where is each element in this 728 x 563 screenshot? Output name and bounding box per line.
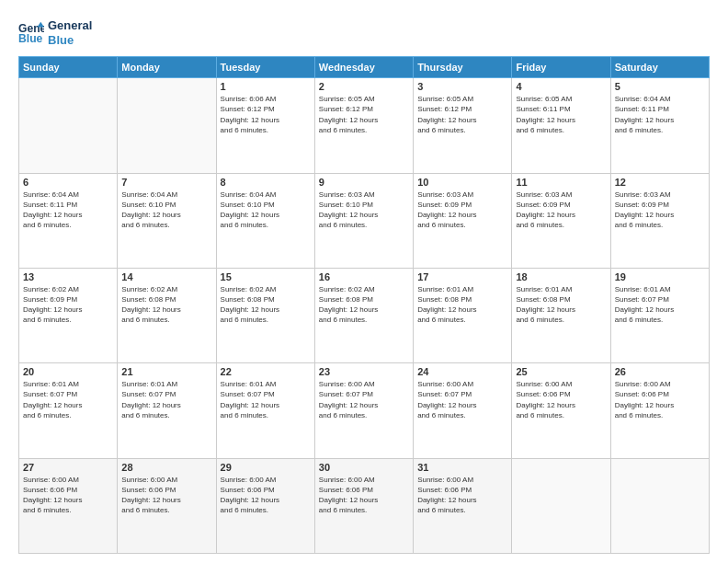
day-number: 7 bbox=[121, 177, 211, 188]
day-number: 20 bbox=[23, 366, 113, 377]
calendar-cell bbox=[512, 458, 610, 553]
cell-content: Sunrise: 6:02 AM Sunset: 6:08 PM Dayligh… bbox=[221, 284, 311, 326]
calendar-week-row: 1Sunrise: 6:06 AM Sunset: 6:12 PM Daylig… bbox=[19, 78, 710, 173]
cell-content: Sunrise: 6:05 AM Sunset: 6:11 PM Dayligh… bbox=[516, 94, 606, 135]
cell-content: Sunrise: 6:02 AM Sunset: 6:09 PM Dayligh… bbox=[23, 284, 113, 326]
cell-content: Sunrise: 6:00 AM Sunset: 6:06 PM Dayligh… bbox=[615, 379, 705, 420]
calendar-table: SundayMondayTuesdayWednesdayThursdayFrid… bbox=[18, 56, 710, 554]
calendar-cell: 23Sunrise: 6:00 AM Sunset: 6:07 PM Dayli… bbox=[314, 363, 413, 458]
logo: General Blue General Blue bbox=[18, 18, 92, 47]
calendar-cell: 8Sunrise: 6:04 AM Sunset: 6:10 PM Daylig… bbox=[216, 173, 314, 268]
day-number: 1 bbox=[221, 81, 311, 92]
cell-content: Sunrise: 6:04 AM Sunset: 6:10 PM Dayligh… bbox=[221, 190, 311, 231]
cell-content: Sunrise: 6:01 AM Sunset: 6:07 PM Dayligh… bbox=[221, 379, 311, 420]
cell-content: Sunrise: 6:03 AM Sunset: 6:09 PM Dayligh… bbox=[516, 190, 606, 231]
calendar-cell: 18Sunrise: 6:01 AM Sunset: 6:08 PM Dayli… bbox=[512, 268, 610, 362]
cell-content: Sunrise: 6:01 AM Sunset: 6:07 PM Dayligh… bbox=[121, 379, 211, 420]
calendar-cell: 17Sunrise: 6:01 AM Sunset: 6:08 PM Dayli… bbox=[414, 268, 512, 362]
day-header-sunday: Sunday bbox=[19, 57, 118, 78]
calendar-cell: 29Sunrise: 6:00 AM Sunset: 6:06 PM Dayli… bbox=[216, 458, 314, 553]
day-number: 15 bbox=[221, 271, 311, 282]
cell-content: Sunrise: 6:01 AM Sunset: 6:08 PM Dayligh… bbox=[516, 284, 606, 326]
calendar-cell: 15Sunrise: 6:02 AM Sunset: 6:08 PM Dayli… bbox=[216, 268, 314, 362]
day-number: 25 bbox=[516, 366, 606, 377]
calendar-cell: 24Sunrise: 6:00 AM Sunset: 6:07 PM Dayli… bbox=[414, 363, 512, 458]
day-number: 2 bbox=[319, 81, 409, 92]
cell-content: Sunrise: 6:03 AM Sunset: 6:09 PM Dayligh… bbox=[615, 190, 705, 231]
cell-content: Sunrise: 6:00 AM Sunset: 6:06 PM Dayligh… bbox=[23, 475, 113, 516]
cell-content: Sunrise: 6:04 AM Sunset: 6:10 PM Dayligh… bbox=[121, 190, 211, 231]
day-number: 30 bbox=[319, 462, 409, 473]
calendar-cell: 16Sunrise: 6:02 AM Sunset: 6:08 PM Dayli… bbox=[314, 268, 413, 362]
cell-content: Sunrise: 6:04 AM Sunset: 6:11 PM Dayligh… bbox=[615, 94, 705, 135]
day-number: 27 bbox=[23, 462, 113, 473]
cell-content: Sunrise: 6:05 AM Sunset: 6:12 PM Dayligh… bbox=[319, 94, 409, 135]
calendar-week-row: 27Sunrise: 6:00 AM Sunset: 6:06 PM Dayli… bbox=[19, 458, 710, 553]
day-number: 3 bbox=[417, 81, 507, 92]
header: General Blue General Blue bbox=[18, 18, 710, 47]
cell-content: Sunrise: 6:03 AM Sunset: 6:10 PM Dayligh… bbox=[319, 190, 409, 231]
day-number: 22 bbox=[221, 366, 311, 377]
calendar-cell: 13Sunrise: 6:02 AM Sunset: 6:09 PM Dayli… bbox=[19, 268, 118, 362]
calendar-cell: 5Sunrise: 6:04 AM Sunset: 6:11 PM Daylig… bbox=[610, 78, 709, 173]
calendar-page: General Blue General Blue SundayMondayTu… bbox=[0, 0, 728, 563]
day-number: 4 bbox=[516, 81, 606, 92]
logo-icon: General Blue bbox=[18, 20, 44, 46]
day-header-saturday: Saturday bbox=[610, 57, 709, 78]
day-number: 17 bbox=[417, 271, 507, 282]
day-number: 31 bbox=[417, 462, 507, 473]
day-number: 19 bbox=[615, 271, 705, 282]
calendar-cell: 30Sunrise: 6:00 AM Sunset: 6:06 PM Dayli… bbox=[314, 458, 413, 553]
calendar-cell: 7Sunrise: 6:04 AM Sunset: 6:10 PM Daylig… bbox=[118, 173, 216, 268]
day-number: 9 bbox=[319, 177, 409, 188]
day-number: 23 bbox=[319, 366, 409, 377]
cell-content: Sunrise: 6:00 AM Sunset: 6:06 PM Dayligh… bbox=[121, 475, 211, 516]
logo-text-blue: Blue bbox=[48, 33, 92, 48]
cell-content: Sunrise: 6:05 AM Sunset: 6:12 PM Dayligh… bbox=[417, 94, 507, 135]
calendar-cell: 1Sunrise: 6:06 AM Sunset: 6:12 PM Daylig… bbox=[216, 78, 314, 173]
calendar-cell: 10Sunrise: 6:03 AM Sunset: 6:09 PM Dayli… bbox=[414, 173, 512, 268]
cell-content: Sunrise: 6:04 AM Sunset: 6:11 PM Dayligh… bbox=[23, 190, 113, 231]
cell-content: Sunrise: 6:03 AM Sunset: 6:09 PM Dayligh… bbox=[417, 190, 507, 231]
calendar-week-row: 20Sunrise: 6:01 AM Sunset: 6:07 PM Dayli… bbox=[19, 363, 710, 458]
cell-content: Sunrise: 6:02 AM Sunset: 6:08 PM Dayligh… bbox=[121, 284, 211, 326]
cell-content: Sunrise: 6:00 AM Sunset: 6:06 PM Dayligh… bbox=[319, 475, 409, 516]
calendar-cell bbox=[610, 458, 709, 553]
day-number: 12 bbox=[615, 177, 705, 188]
day-number: 16 bbox=[319, 271, 409, 282]
day-number: 18 bbox=[516, 271, 606, 282]
day-header-wednesday: Wednesday bbox=[314, 57, 413, 78]
cell-content: Sunrise: 6:01 AM Sunset: 6:07 PM Dayligh… bbox=[23, 379, 113, 420]
calendar-cell: 6Sunrise: 6:04 AM Sunset: 6:11 PM Daylig… bbox=[19, 173, 118, 268]
cell-content: Sunrise: 6:01 AM Sunset: 6:07 PM Dayligh… bbox=[615, 284, 705, 326]
cell-content: Sunrise: 6:01 AM Sunset: 6:08 PM Dayligh… bbox=[417, 284, 507, 326]
calendar-cell: 22Sunrise: 6:01 AM Sunset: 6:07 PM Dayli… bbox=[216, 363, 314, 458]
cell-content: Sunrise: 6:02 AM Sunset: 6:08 PM Dayligh… bbox=[319, 284, 409, 326]
calendar-cell: 3Sunrise: 6:05 AM Sunset: 6:12 PM Daylig… bbox=[414, 78, 512, 173]
calendar-week-row: 13Sunrise: 6:02 AM Sunset: 6:09 PM Dayli… bbox=[19, 268, 710, 362]
day-header-monday: Monday bbox=[118, 57, 216, 78]
calendar-cell: 28Sunrise: 6:00 AM Sunset: 6:06 PM Dayli… bbox=[118, 458, 216, 553]
cell-content: Sunrise: 6:00 AM Sunset: 6:06 PM Dayligh… bbox=[221, 475, 311, 516]
day-header-friday: Friday bbox=[512, 57, 610, 78]
logo-text-general: General bbox=[48, 18, 92, 33]
calendar-cell: 9Sunrise: 6:03 AM Sunset: 6:10 PM Daylig… bbox=[314, 173, 413, 268]
day-number: 14 bbox=[121, 271, 211, 282]
calendar-week-row: 6Sunrise: 6:04 AM Sunset: 6:11 PM Daylig… bbox=[19, 173, 710, 268]
day-number: 26 bbox=[615, 366, 705, 377]
calendar-cell: 2Sunrise: 6:05 AM Sunset: 6:12 PM Daylig… bbox=[314, 78, 413, 173]
day-header-tuesday: Tuesday bbox=[216, 57, 314, 78]
cell-content: Sunrise: 6:06 AM Sunset: 6:12 PM Dayligh… bbox=[221, 94, 311, 135]
cell-content: Sunrise: 6:00 AM Sunset: 6:06 PM Dayligh… bbox=[516, 379, 606, 420]
day-number: 13 bbox=[23, 271, 113, 282]
calendar-cell: 11Sunrise: 6:03 AM Sunset: 6:09 PM Dayli… bbox=[512, 173, 610, 268]
svg-text:Blue: Blue bbox=[18, 32, 43, 45]
day-number: 21 bbox=[121, 366, 211, 377]
calendar-header-row: SundayMondayTuesdayWednesdayThursdayFrid… bbox=[19, 57, 710, 78]
calendar-cell: 21Sunrise: 6:01 AM Sunset: 6:07 PM Dayli… bbox=[118, 363, 216, 458]
cell-content: Sunrise: 6:00 AM Sunset: 6:07 PM Dayligh… bbox=[319, 379, 409, 420]
calendar-cell: 31Sunrise: 6:00 AM Sunset: 6:06 PM Dayli… bbox=[414, 458, 512, 553]
cell-content: Sunrise: 6:00 AM Sunset: 6:06 PM Dayligh… bbox=[417, 475, 507, 516]
calendar-cell: 25Sunrise: 6:00 AM Sunset: 6:06 PM Dayli… bbox=[512, 363, 610, 458]
calendar-cell: 4Sunrise: 6:05 AM Sunset: 6:11 PM Daylig… bbox=[512, 78, 610, 173]
